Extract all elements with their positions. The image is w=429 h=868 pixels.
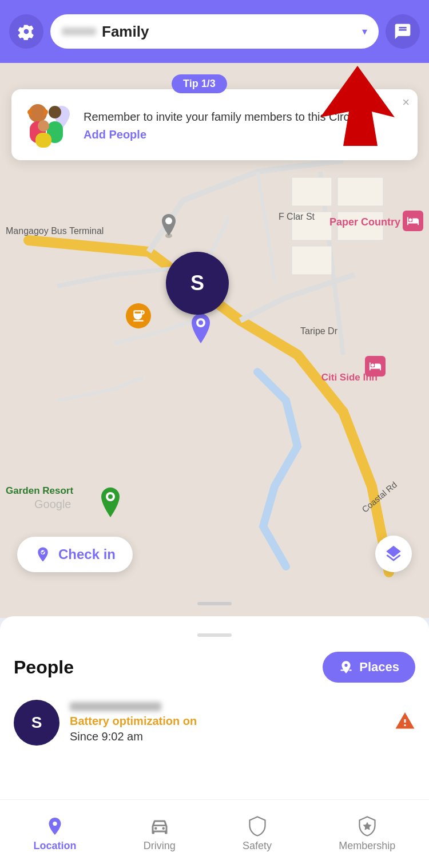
svg-rect-19	[35, 133, 51, 148]
coffee-pin	[126, 303, 151, 328]
chat-button[interactable]	[386, 14, 420, 49]
map-poi-garden-resort: Garden Resort	[6, 485, 73, 497]
map-label-fclar: F Clar St	[279, 212, 315, 222]
driving-nav-icon	[149, 816, 170, 837]
top-bar: Family ▾	[0, 0, 429, 63]
user-location-pin	[186, 311, 215, 348]
google-watermark: Google	[34, 498, 72, 511]
places-button[interactable]: Places	[323, 652, 415, 683]
add-people-link[interactable]: Add People	[84, 128, 362, 141]
safety-nav-icon	[247, 816, 268, 837]
tip-card-text: Remember to invite your family members t…	[84, 109, 362, 141]
circle-selector-blur-text	[62, 27, 96, 35]
svg-point-6	[165, 217, 172, 224]
gray-location-pin	[159, 213, 178, 240]
person-name-blurred	[70, 702, 161, 711]
tip-message: Remember to invite your family members t…	[84, 110, 362, 123]
svg-rect-23	[349, 669, 352, 671]
tip-card-wrapper: Tip 1/3	[11, 74, 418, 160]
nav-item-driving[interactable]: Driving	[132, 810, 187, 858]
nav-label-membership: Membership	[339, 840, 395, 852]
svg-point-24	[154, 827, 157, 830]
tip-avatar-group	[23, 102, 74, 148]
nav-item-location[interactable]: Location	[22, 810, 88, 858]
checkin-label: Check in	[58, 546, 116, 562]
nav-item-membership[interactable]: Membership	[327, 810, 407, 858]
layers-button[interactable]	[375, 536, 412, 572]
svg-point-10	[108, 494, 113, 499]
person-item: S Battery optimization on Since 9:02 am	[14, 700, 415, 746]
svg-rect-21	[341, 669, 345, 671]
places-btn-label: Places	[359, 660, 399, 675]
map-label-bus-terminal: Mangagoy Bus Terminal	[6, 226, 104, 236]
map-label-taripe: Taripe Dr	[300, 326, 337, 336]
person-avatar: S	[14, 700, 59, 746]
checkin-button[interactable]: Check in	[17, 537, 133, 572]
svg-rect-22	[345, 669, 349, 671]
green-location-pin	[96, 485, 125, 522]
checkin-pin-icon	[34, 546, 51, 563]
bottom-nav: Location Driving Safety Membership	[0, 799, 429, 868]
svg-point-25	[162, 827, 165, 830]
battery-status: Battery optimization on	[70, 715, 384, 728]
nav-label-safety: Safety	[243, 840, 272, 852]
bottom-drag-handle[interactable]	[197, 633, 232, 637]
people-title: People	[14, 657, 74, 678]
nav-label-driving: Driving	[144, 840, 176, 852]
user-marker: S	[166, 252, 229, 315]
places-icon	[339, 660, 353, 675]
location-nav-icon	[45, 816, 65, 837]
gear-icon	[18, 23, 35, 40]
tip-card: Remember to invite your family members t…	[11, 89, 418, 160]
chat-icon	[394, 22, 412, 41]
person-since: Since 9:02 am	[70, 730, 384, 743]
person-info: Battery optimization on Since 9:02 am	[70, 702, 384, 743]
warning-icon	[395, 711, 415, 735]
membership-nav-icon	[357, 816, 378, 837]
nav-label-location: Location	[34, 840, 77, 852]
tip-badge: Tip 1/3	[172, 74, 227, 93]
svg-rect-0	[292, 177, 332, 206]
svg-rect-1	[337, 177, 383, 206]
layers-icon	[384, 544, 403, 564]
hotel-icon-citi	[365, 356, 386, 376]
chevron-down-icon: ▾	[362, 25, 367, 38]
svg-point-8	[198, 320, 203, 325]
tip-close-button[interactable]: ×	[402, 95, 410, 110]
circle-name: Family	[102, 23, 356, 41]
settings-button[interactable]	[9, 14, 43, 49]
people-row: People Places	[14, 652, 415, 683]
circle-selector[interactable]: Family ▾	[50, 14, 379, 49]
nav-item-safety[interactable]: Safety	[231, 810, 283, 858]
map-drag-handle[interactable]	[197, 602, 232, 605]
hotel-icon-paper	[403, 211, 423, 231]
svg-point-18	[38, 120, 49, 132]
svg-rect-4	[292, 246, 332, 275]
svg-point-15	[31, 106, 44, 118]
